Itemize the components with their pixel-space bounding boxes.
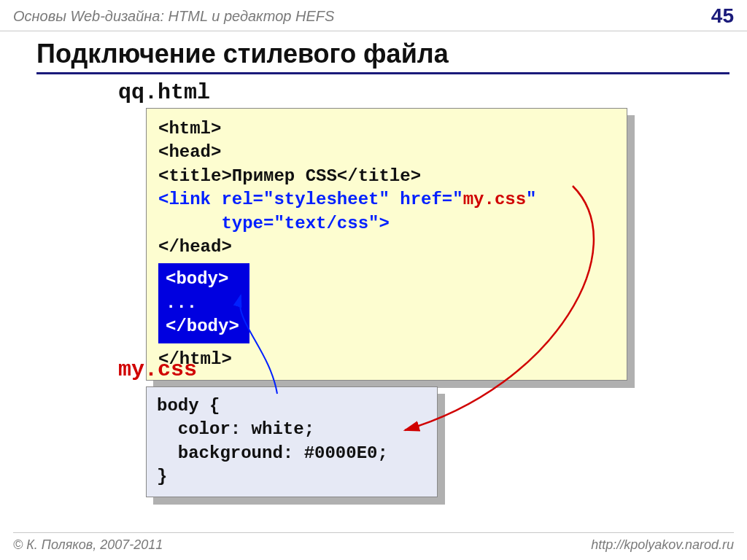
filename-css: my.css (118, 357, 197, 382)
footer-copyright: © К. Поляков, 2007-2011 (13, 537, 163, 553)
code-line: color: white; (157, 418, 427, 441)
code-line: body { (157, 394, 427, 418)
code-line: <title>Пример CSS</title> (158, 165, 615, 188)
header-subject: Основы Web-дизайна: HTML и редактор HEFS (13, 8, 334, 25)
code-line: </html> (158, 348, 615, 371)
code-block-html: <html> <head> <title>Пример CSS</title> … (146, 108, 627, 381)
code-line: <html> (158, 117, 615, 141)
slide-number: 45 (711, 4, 734, 28)
code-line: background: #0000E0; (157, 442, 427, 465)
code-line: <head> (158, 141, 615, 164)
code-block-css: body { color: white; background: #0000E0… (146, 386, 438, 497)
code-line: </body> (166, 315, 239, 338)
code-line: <body> (166, 268, 239, 291)
title-underline (36, 72, 729, 74)
body-highlight-block: <body> ... </body> (158, 263, 249, 343)
code-line: type="text/css"> (158, 212, 615, 236)
footer-url: http://kpolyakov.narod.ru (591, 537, 734, 553)
code-line: } (157, 465, 427, 489)
slide-title: Подключение стилевого файла (36, 39, 747, 69)
code-line: ... (166, 292, 239, 315)
filename-html: qq.html (118, 80, 747, 105)
slide-header: Основы Web-дизайна: HTML и редактор HEFS… (0, 0, 747, 31)
code-line: <link rel="stylesheet" href="my.css" (158, 188, 615, 211)
code-line: </head> (158, 236, 615, 259)
slide-footer: © К. Поляков, 2007-2011 http://kpolyakov… (13, 532, 734, 553)
